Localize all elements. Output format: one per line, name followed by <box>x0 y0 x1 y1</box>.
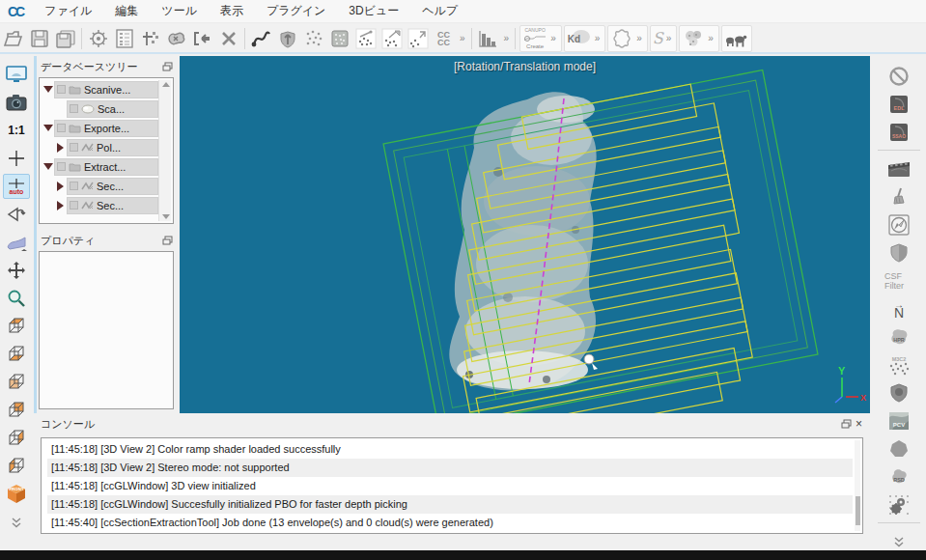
plugin-facets-group[interactable]: » <box>679 25 719 52</box>
toolbar-overflow-chevron[interactable]: » <box>457 33 468 43</box>
visibility-checkbox[interactable] <box>57 162 66 171</box>
tree-row-scan-cloud[interactable]: Sca... <box>42 99 172 118</box>
toolbar-overflow-chevron[interactable]: » <box>501 33 513 43</box>
animals-icon <box>724 30 749 47</box>
db-tree: Scanive... Sca... Exporte... <box>39 77 174 224</box>
compass-icon[interactable] <box>884 212 913 237</box>
zoom-1-1-icon[interactable]: 1:1 <box>3 118 30 143</box>
edl-shader-icon[interactable]: EDL <box>884 92 913 116</box>
ssao-shader-icon[interactable]: SSAO <box>884 120 913 144</box>
zoom-fit-icon[interactable] <box>3 146 30 171</box>
properties-list-icon[interactable] <box>111 26 137 51</box>
toolbar-separator <box>471 28 472 49</box>
visibility-checkbox[interactable] <box>70 104 78 113</box>
menu-file[interactable]: ファイル <box>33 0 103 23</box>
rsd-icon[interactable]: RSD <box>884 464 913 489</box>
poisson-blob-icon[interactable] <box>884 436 913 461</box>
rotate-view-icon[interactable] <box>3 202 30 227</box>
histogram-icon[interactable] <box>475 26 501 51</box>
full-screen-3d-icon[interactable] <box>3 62 30 87</box>
tree-row-section-2[interactable]: Sec... <box>42 196 172 214</box>
pan-icon[interactable] <box>3 258 30 283</box>
clone-icon[interactable] <box>163 26 189 51</box>
console-scrollbar-thumb[interactable] <box>856 496 860 525</box>
save-icon[interactable] <box>26 26 52 51</box>
plugin-gear-group[interactable]: » <box>607 25 648 52</box>
expander-down-icon[interactable] <box>42 86 54 93</box>
visibility-checkbox[interactable] <box>70 182 78 190</box>
segment-icon[interactable] <box>248 26 274 51</box>
plugin-kd-group[interactable]: Kd » <box>564 25 606 52</box>
menu-tools[interactable]: ツール <box>150 0 209 23</box>
cc-viewer-icon[interactable]: CCCC <box>431 26 457 51</box>
tree-row-extract[interactable]: Extract... <box>42 157 172 176</box>
view-left-cube-icon[interactable] <box>3 454 30 479</box>
tree-scrollbar[interactable] <box>158 80 171 221</box>
subsample-icon[interactable] <box>300 26 326 51</box>
shield-dark-icon[interactable] <box>884 380 913 405</box>
merge-icon[interactable] <box>189 26 215 51</box>
octree-icon[interactable] <box>326 26 352 51</box>
view-back-cube-icon[interactable] <box>3 398 30 423</box>
save-all-icon[interactable] <box>52 26 78 51</box>
hpr-icon[interactable]: HPR <box>884 324 913 349</box>
ransac-gears-icon[interactable] <box>884 492 913 517</box>
shield-classify-icon[interactable] <box>884 240 913 265</box>
properties-panel-header: プロパティ <box>37 232 177 249</box>
view-iso-front-icon[interactable]: FRONT <box>3 482 30 507</box>
sor-filter-icon[interactable] <box>379 26 405 51</box>
tree-row-scanive[interactable]: Scanive... <box>42 80 172 98</box>
console-scrollbar[interactable] <box>855 440 860 531</box>
visibility-checkbox[interactable] <box>70 201 78 210</box>
clean-broom-icon[interactable] <box>884 184 913 209</box>
tree-row-exported[interactable]: Exporte... <box>42 119 172 137</box>
view-right-cube-icon[interactable] <box>3 426 30 451</box>
expander-right-icon[interactable] <box>54 143 67 153</box>
tree-row-section-1[interactable]: Sec... <box>42 177 172 195</box>
open-file-icon[interactable] <box>0 26 26 51</box>
expander-right-icon[interactable] <box>54 201 67 210</box>
menu-help[interactable]: ヘルプ <box>410 0 469 23</box>
m3c2-icon[interactable]: M3C2 <box>884 352 913 377</box>
perspective-surface-icon[interactable] <box>3 230 30 255</box>
menu-edit[interactable]: 編集 <box>103 0 150 23</box>
no-filter-icon[interactable] <box>884 64 913 88</box>
animation-film-icon[interactable] <box>884 156 913 181</box>
expander-down-icon[interactable] <box>42 125 54 131</box>
zoom-auto-icon[interactable]: auto <box>3 174 30 199</box>
normals-n-icon[interactable]: →N <box>884 296 913 321</box>
csf-filter-label[interactable]: CSF Filter <box>884 268 913 293</box>
expander-right-icon[interactable] <box>54 182 67 191</box>
close-console-icon[interactable]: × <box>852 417 866 431</box>
tree-row-polyline[interactable]: Pol... <box>42 138 172 156</box>
visibility-checkbox[interactable] <box>57 124 66 132</box>
pcv-icon[interactable]: PCV <box>884 408 913 433</box>
zoom-magnifier-icon[interactable] <box>3 286 30 311</box>
view-front-cube-icon[interactable] <box>3 370 30 395</box>
plugin-animation-group[interactable] <box>721 25 752 52</box>
right-rail-separator <box>878 522 920 523</box>
plugin-sra-group[interactable]: S » <box>650 25 678 52</box>
section-wireframes <box>383 70 823 413</box>
float-panel-icon[interactable] <box>841 419 852 429</box>
visibility-checkbox[interactable] <box>70 143 78 152</box>
plugin-canupo-group[interactable]: CANUPO Create » <box>519 25 562 52</box>
float-panel-icon[interactable] <box>162 236 173 245</box>
normals-shield-icon[interactable] <box>274 26 300 51</box>
menu-display[interactable]: 表示 <box>209 0 255 23</box>
noise-filter-icon[interactable] <box>352 26 379 51</box>
interpolate-icon[interactable] <box>405 26 431 51</box>
float-panel-icon[interactable] <box>162 62 173 71</box>
point-picking-icon[interactable] <box>137 26 163 51</box>
screenshot-camera-icon[interactable] <box>3 90 30 115</box>
display-options-icon[interactable] <box>85 26 111 51</box>
menu-3dviews[interactable]: 3Dビュー <box>337 0 410 23</box>
expander-down-icon[interactable] <box>42 163 54 170</box>
visibility-checkbox[interactable] <box>57 85 66 94</box>
left-rail-overflow-chevron[interactable] <box>3 510 30 535</box>
view-bottom-cube-icon[interactable] <box>3 342 30 367</box>
3d-viewport[interactable]: Y X [Rotation/Translation mode] <box>180 56 870 413</box>
delete-icon[interactable] <box>215 26 241 51</box>
menu-plugins[interactable]: プラグイン <box>255 0 337 23</box>
view-top-cube-icon[interactable] <box>3 314 30 339</box>
